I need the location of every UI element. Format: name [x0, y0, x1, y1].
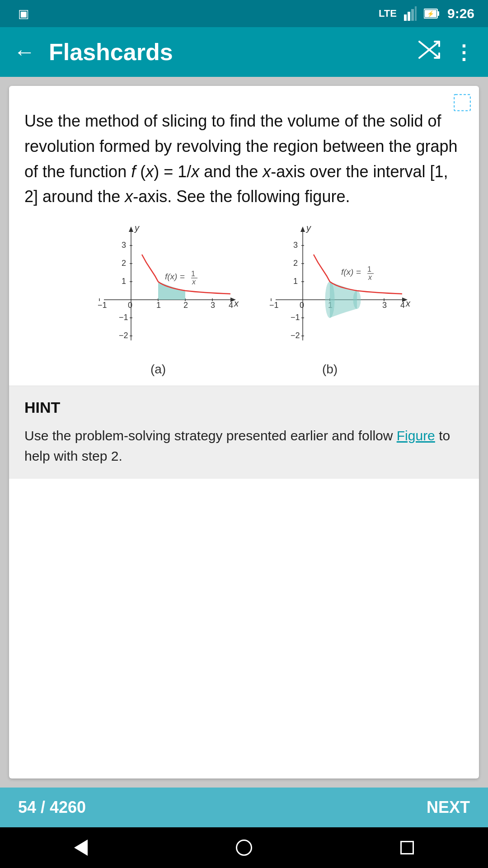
- svg-text:3: 3: [382, 301, 387, 310]
- network-label: LTE: [379, 8, 397, 19]
- svg-text:−1: −1: [98, 301, 107, 310]
- hint-section: HINT Use the problem-solving strategy pr…: [9, 386, 479, 479]
- svg-text:−2: −2: [119, 331, 128, 340]
- svg-text:3: 3: [122, 241, 126, 250]
- hint-title: HINT: [24, 399, 464, 416]
- svg-marker-14: [129, 226, 133, 232]
- svg-text:0: 0: [300, 301, 304, 310]
- svg-text:2: 2: [183, 301, 188, 310]
- shuffle-icon[interactable]: [418, 41, 440, 63]
- more-options-button[interactable]: ⋮: [454, 41, 474, 64]
- svg-rect-2: [411, 9, 414, 21]
- svg-rect-3: [415, 6, 417, 21]
- svg-text:2: 2: [293, 259, 298, 268]
- svg-text:f(x) =: f(x) =: [165, 272, 185, 281]
- card-overlay-icon[interactable]: [454, 94, 471, 115]
- next-button[interactable]: NEXT: [427, 798, 470, 817]
- svg-rect-0: [404, 14, 407, 21]
- graph-a: −1 0 1 2 3 4 x: [77, 223, 239, 359]
- flashcard: Use the method of slicing to find the vo…: [9, 86, 479, 778]
- content-area: Use the method of slicing to find the vo…: [0, 77, 488, 788]
- back-button[interactable]: ←: [14, 41, 35, 63]
- signal-icon: [404, 6, 417, 21]
- svg-text:−1: −1: [269, 301, 279, 310]
- svg-text:x: x: [368, 274, 372, 281]
- svg-text:1: 1: [367, 265, 371, 273]
- svg-text:1: 1: [191, 270, 195, 278]
- svg-text:3: 3: [211, 301, 215, 310]
- graphs-container: −1 0 1 2 3 4 x: [24, 223, 464, 377]
- page-title: Flashcards: [49, 38, 409, 66]
- hint-figure-link[interactable]: Figure: [397, 428, 435, 443]
- svg-text:x: x: [234, 298, 239, 308]
- svg-rect-1: [408, 12, 410, 21]
- card-question: Use the method of slicing to find the vo…: [24, 108, 464, 209]
- battery-icon: ⚡: [424, 7, 440, 20]
- hint-text: Use the problem-solving strategy present…: [24, 425, 464, 466]
- svg-marker-44: [300, 226, 305, 232]
- graph-b-label: (b): [322, 362, 338, 377]
- nav-back-button[interactable]: [74, 840, 88, 856]
- svg-text:x: x: [192, 278, 196, 286]
- svg-rect-5: [437, 11, 439, 16]
- nav-home-button[interactable]: [236, 840, 252, 856]
- android-nav: [0, 827, 488, 868]
- graph-b-wrapper: −1 0 1 3 4 x 3 y 2 1 −: [249, 223, 411, 377]
- svg-text:−1: −1: [119, 313, 128, 322]
- svg-text:4: 4: [229, 301, 233, 310]
- status-left: ▣: [14, 7, 29, 21]
- svg-text:1: 1: [122, 277, 126, 286]
- hint-text-before: Use the problem-solving strategy present…: [24, 428, 397, 443]
- svg-text:−1: −1: [291, 313, 300, 322]
- toolbar-actions: ⋮: [418, 41, 474, 64]
- svg-text:0: 0: [128, 301, 132, 310]
- svg-rect-10: [454, 94, 470, 111]
- svg-text:−2: −2: [291, 331, 300, 340]
- svg-text:⚡: ⚡: [427, 10, 435, 18]
- svg-text:4: 4: [400, 301, 405, 310]
- sim-icon: ▣: [18, 7, 29, 21]
- graph-a-wrapper: −1 0 1 2 3 4 x: [77, 223, 239, 377]
- graph-a-label: (a): [150, 362, 166, 377]
- svg-text:x: x: [405, 298, 411, 308]
- status-time: 9:26: [447, 6, 474, 21]
- status-bar: ▣ LTE ⚡ 9:26: [0, 0, 488, 27]
- nav-recents-button[interactable]: [400, 841, 414, 854]
- svg-text:3: 3: [293, 241, 298, 250]
- svg-text:y: y: [134, 223, 140, 233]
- graph-b: −1 0 1 3 4 x 3 y 2 1 −: [249, 223, 411, 359]
- toolbar: ← Flashcards ⋮: [0, 27, 488, 77]
- svg-text:y: y: [305, 223, 311, 233]
- svg-text:f(x) =: f(x) =: [341, 267, 361, 277]
- bottom-bar: 54 / 4260 NEXT: [0, 788, 488, 827]
- svg-text:1: 1: [156, 301, 161, 310]
- svg-text:1: 1: [293, 277, 298, 286]
- svg-text:2: 2: [122, 259, 126, 268]
- card-counter: 54 / 4260: [18, 798, 86, 817]
